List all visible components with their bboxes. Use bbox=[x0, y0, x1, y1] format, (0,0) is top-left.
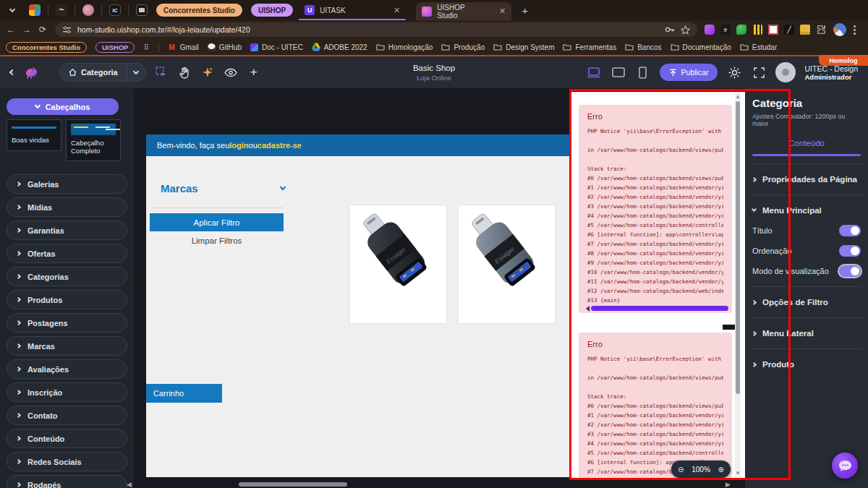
sidebar-section-item[interactable]: Produtos bbox=[7, 290, 127, 309]
tab-uitask[interactable]: UITASK ✕ bbox=[299, 1, 406, 20]
forward-icon[interactable]: → bbox=[19, 25, 35, 35]
sidebar-section-item[interactable]: Marcas bbox=[7, 336, 127, 356]
template-thumb-cabecalho-completo[interactable]: Cabeçalho Completo bbox=[66, 119, 121, 161]
tab-uishop-studio[interactable]: UISHOP Studio ✕ bbox=[416, 2, 511, 20]
ext-yellow-icon[interactable] bbox=[800, 25, 810, 35]
browser-menu-icon[interactable] bbox=[854, 29, 856, 31]
hscroll-right-arrow[interactable]: ▶ bbox=[726, 481, 731, 488]
bookmark-star-icon[interactable] bbox=[681, 25, 690, 35]
sidebar-section-item[interactable]: Redes Sociais bbox=[7, 452, 127, 471]
bookmark-folder-bancos[interactable]: Bancos bbox=[625, 43, 661, 51]
select-tool-icon[interactable] bbox=[153, 64, 169, 80]
omnibox[interactable]: hom-studio.uishop.com.br/#/loja-leiaute/… bbox=[55, 22, 697, 37]
back-icon[interactable]: ← bbox=[3, 25, 19, 35]
hand-tool-icon[interactable] bbox=[176, 64, 192, 80]
sidebar-section-item[interactable]: Categorias bbox=[7, 267, 127, 286]
sidebar-section-item[interactable]: Rodapés bbox=[7, 475, 127, 488]
group-propriedades-da-pagina[interactable]: Propriedades da Página bbox=[752, 171, 861, 187]
brain-icon[interactable] bbox=[82, 4, 94, 16]
screen-icon[interactable] bbox=[136, 4, 148, 16]
sidebar-section-item[interactable]: Ofertas bbox=[7, 244, 127, 263]
bookmark-folder-homologacao[interactable]: Homologação bbox=[376, 43, 433, 51]
sidebar-section-item[interactable]: Postagens bbox=[7, 313, 127, 333]
titulo-toggle[interactable] bbox=[839, 225, 861, 236]
ext-purple-icon[interactable] bbox=[705, 25, 715, 35]
bookmark-folder-ferramentas[interactable]: Ferramentas bbox=[563, 43, 616, 51]
scroll-left-arrow-icon[interactable] bbox=[586, 306, 590, 312]
tab-conteudo[interactable]: Conteúdo bbox=[752, 139, 861, 147]
page-selector-dropdown[interactable] bbox=[127, 64, 145, 81]
bookmark-folder-estudar[interactable]: Estudar bbox=[740, 43, 777, 51]
bookmark-folder-producao[interactable]: Produção bbox=[441, 43, 485, 51]
tab-group-uishop[interactable]: UISHOP bbox=[251, 4, 293, 17]
reload-icon[interactable]: ⟳ bbox=[35, 25, 51, 35]
bookmark-pill-uishop[interactable]: UISHOP bbox=[95, 42, 135, 53]
group-menu-principal[interactable]: Menu Principal bbox=[752, 202, 861, 218]
zoom-out-icon[interactable]: ⊖ bbox=[678, 466, 684, 474]
publish-button[interactable]: Publicar bbox=[660, 64, 718, 81]
extensions-puzzle-icon[interactable] bbox=[816, 25, 826, 35]
horizontal-scrollbar-thumb[interactable] bbox=[239, 482, 347, 487]
ext-eyedropper-icon[interactable] bbox=[784, 25, 794, 35]
back-chevron-icon[interactable] bbox=[9, 69, 15, 75]
tab-search-icon[interactable] bbox=[4, 3, 20, 17]
support-chat-button[interactable] bbox=[832, 453, 858, 479]
passwords-key-icon[interactable] bbox=[665, 26, 675, 33]
sidebar-section-item[interactable]: Mídias bbox=[7, 197, 127, 217]
login-link[interactable]: login bbox=[229, 141, 248, 150]
product-card[interactable]: Essager bbox=[458, 205, 556, 324]
scroll-down-arrow-icon[interactable]: ▼ bbox=[735, 470, 741, 476]
register-link[interactable]: cadastre-se bbox=[258, 141, 302, 150]
desktop-preview-icon[interactable] bbox=[586, 64, 602, 80]
sidebar-section-item[interactable]: Garantias bbox=[7, 221, 127, 240]
sidebar-section-item[interactable]: Avaliações bbox=[7, 359, 127, 379]
error-response-panel[interactable]: Erro PHP Notice 'yii\base\ErrorException… bbox=[571, 92, 745, 478]
bookmark-folder-documentacao[interactable]: Documentação bbox=[671, 43, 731, 51]
sidebar-section-item[interactable]: Contato bbox=[7, 406, 127, 425]
add-section-icon[interactable]: + bbox=[246, 64, 262, 80]
apply-filter-button[interactable]: Aplicar Filtro bbox=[150, 213, 284, 231]
scrollbar-thumb[interactable] bbox=[591, 306, 728, 311]
tab-group-concorrentes[interactable]: Concorrentes Studio bbox=[156, 4, 242, 17]
ext-green-icon[interactable] bbox=[736, 25, 746, 35]
bookmark-doc-uitec[interactable]: Doc - UITEC bbox=[250, 43, 303, 51]
bookmark-github[interactable]: GitHub bbox=[208, 43, 242, 51]
mobile-preview-icon[interactable] bbox=[635, 64, 651, 80]
sidebar-section-item[interactable]: Galerias bbox=[7, 174, 127, 194]
site-info-icon[interactable] bbox=[62, 26, 72, 34]
bookmark-adobe[interactable]: ADOBE 2022 bbox=[312, 43, 367, 51]
ic-badge-icon[interactable] bbox=[109, 4, 121, 16]
ext-red-icon[interactable] bbox=[768, 25, 778, 35]
fullscreen-icon[interactable] bbox=[751, 64, 767, 80]
theme-sun-icon[interactable] bbox=[726, 64, 742, 80]
eye-icon[interactable] bbox=[223, 64, 239, 80]
new-tab-button[interactable]: + bbox=[522, 4, 528, 17]
browser-profile-avatar[interactable] bbox=[833, 23, 846, 36]
tablet-preview-icon[interactable] bbox=[610, 64, 626, 80]
brands-filter-title[interactable]: Marcas bbox=[161, 182, 285, 194]
ext-chart-icon[interactable] bbox=[752, 25, 762, 35]
modo-visualizacao-toggle[interactable] bbox=[839, 265, 861, 277]
ordenacao-toggle[interactable] bbox=[839, 245, 861, 257]
apps-icon[interactable] bbox=[29, 4, 41, 16]
scroll-up-arrow-icon[interactable]: ▲ bbox=[735, 93, 741, 100]
template-thumb-boas-vindas[interactable]: Boas vindas bbox=[7, 119, 61, 151]
bookmark-pill-concorrentes[interactable]: Concorrentes Studio bbox=[6, 42, 87, 53]
clear-filters-button[interactable]: Limpar Filtros bbox=[150, 236, 284, 245]
apps-grid-icon[interactable]: ⠿ bbox=[143, 43, 149, 51]
page-selector[interactable]: Categoria bbox=[59, 63, 146, 82]
sidebar-section-item[interactable]: Inscrição bbox=[7, 382, 127, 402]
user-avatar[interactable] bbox=[775, 62, 796, 82]
sidebar-section-cabecalhos[interactable]: Cabeçalhos bbox=[7, 98, 119, 115]
bookmark-gmail[interactable]: Gmail bbox=[168, 43, 199, 51]
sidebar-section-item[interactable]: Conteúdo bbox=[7, 429, 127, 448]
close-icon[interactable]: ✕ bbox=[393, 6, 400, 15]
ext-fr-icon[interactable] bbox=[720, 25, 731, 35]
close-icon[interactable]: ✕ bbox=[499, 7, 506, 16]
sparkle-icon[interactable] bbox=[200, 64, 216, 80]
waveform-icon[interactable] bbox=[56, 4, 67, 16]
group-menu-lateral[interactable]: Menu Lateral bbox=[752, 325, 861, 341]
zoom-in-icon[interactable]: ⊕ bbox=[718, 466, 724, 474]
error-horizontal-scrollbar[interactable] bbox=[586, 306, 728, 311]
hscroll-left-arrow[interactable]: ◀ bbox=[127, 481, 132, 488]
